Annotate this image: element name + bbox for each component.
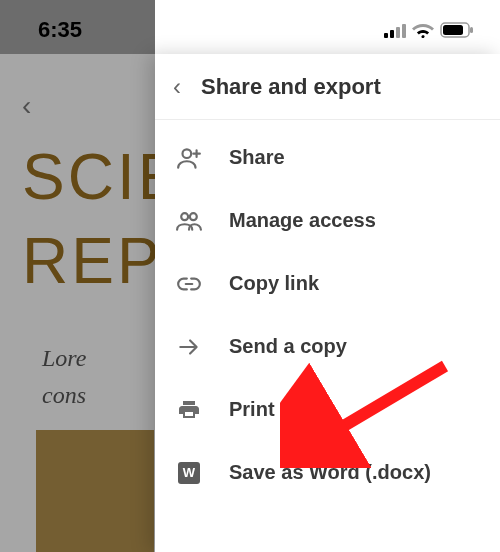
- share-export-panel: ‹ Share and export Share Manage access: [155, 54, 500, 552]
- doc-back-button[interactable]: ‹: [22, 90, 31, 122]
- menu-item-share[interactable]: Share: [165, 126, 490, 189]
- panel-header: ‹ Share and export: [155, 54, 500, 120]
- document-image-placeholder: [36, 430, 154, 552]
- status-indicators: [384, 22, 474, 38]
- document-body-line2: cons: [42, 377, 86, 414]
- document-backdrop: ‹ SCIE REPO Lore cons: [0, 0, 155, 552]
- document-body-preview: Lore cons: [42, 340, 86, 414]
- person-add-icon: [173, 145, 205, 171]
- print-icon: [173, 398, 205, 422]
- wifi-icon: [412, 22, 434, 38]
- svg-point-7: [190, 213, 197, 220]
- menu-item-send-copy[interactable]: Send a copy: [165, 315, 490, 378]
- menu-item-label: Send a copy: [229, 335, 347, 358]
- svg-rect-2: [470, 27, 473, 33]
- menu-item-print[interactable]: Print: [165, 378, 490, 441]
- send-icon: [173, 334, 205, 360]
- menu-item-label: Save as Word (.docx): [229, 461, 431, 484]
- status-bar-dim-overlay: [0, 0, 155, 54]
- menu-item-manage-access[interactable]: Manage access: [165, 189, 490, 252]
- menu-item-label: Print: [229, 398, 275, 421]
- svg-point-3: [183, 149, 192, 158]
- people-icon: [173, 208, 205, 234]
- menu-item-save-word[interactable]: W Save as Word (.docx): [165, 441, 490, 504]
- menu-item-label: Manage access: [229, 209, 376, 232]
- word-icon: W: [173, 462, 205, 484]
- link-icon: [173, 271, 205, 297]
- app-screen: ‹ SCIE REPO Lore cons 6:35 ‹: [0, 0, 500, 552]
- panel-title: Share and export: [201, 74, 381, 100]
- cellular-signal-icon: [384, 22, 406, 38]
- menu-item-label: Share: [229, 146, 285, 169]
- panel-back-button[interactable]: ‹: [173, 73, 181, 101]
- menu-item-copy-link[interactable]: Copy link: [165, 252, 490, 315]
- menu-list: Share Manage access Copy link Send a cop…: [155, 120, 500, 504]
- battery-icon: [440, 22, 474, 38]
- document-body-line1: Lore: [42, 340, 86, 377]
- svg-point-6: [181, 213, 188, 220]
- svg-rect-1: [443, 25, 463, 35]
- menu-item-label: Copy link: [229, 272, 319, 295]
